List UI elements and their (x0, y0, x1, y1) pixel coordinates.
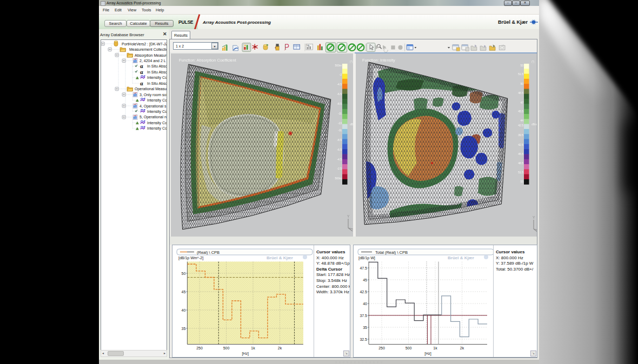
svg-text:5, Operational n: 5, Operational n (139, 115, 167, 119)
svg-text:(*): (*) (531, 60, 535, 63)
svg-text:2k: 2k (278, 346, 282, 350)
svg-text:-11: -11 (338, 129, 342, 132)
svg-text:In Situ Absc: In Situ Absc (147, 64, 167, 68)
svg-text:Intensity Co: Intensity Co (147, 76, 167, 80)
svg-text:-2: -2 (340, 73, 342, 76)
svg-text:51.5: 51.5 (518, 72, 523, 76)
svg-text:α: α (140, 80, 143, 86)
svg-text:500m: 500m (335, 177, 342, 180)
svg-text:2k: 2k (460, 346, 464, 350)
svg-text:53: 53 (520, 180, 523, 183)
svg-text:2, 4204 and 2 L: 2, 4204 and 2 L (139, 59, 166, 63)
svg-text:35: 35 (363, 326, 367, 329)
svg-text:(*): (*) (350, 60, 353, 63)
svg-text:45: 45 (182, 290, 186, 294)
svg-text:Function: Intensity: Function: Intensity (362, 58, 395, 63)
svg-text:4, Operational s: 4, Operational s (139, 104, 167, 109)
svg-text:α: α (140, 63, 143, 69)
svg-text:250: 250 (196, 346, 203, 350)
svg-text:-4.5: -4.5 (337, 83, 342, 86)
svg-text:lab: lab (307, 44, 309, 46)
svg-text:[Hz]: [Hz] (424, 352, 431, 356)
svg-text:dBm: dBm (350, 123, 353, 126)
svg-text:44: 44 (520, 119, 523, 122)
svg-text:42.5: 42.5 (518, 124, 523, 127)
svg-text:Intensity Co: Intensity Co (147, 110, 167, 114)
svg-text:35: 35 (182, 327, 186, 331)
svg-text:500m: 500m (335, 64, 342, 67)
svg-text:-4.5: -4.5 (337, 158, 342, 161)
svg-text:-8.5: -8.5 (337, 102, 342, 105)
svg-text:42.5: 42.5 (518, 143, 523, 146)
svg-text:Intensity Co: Intensity Co (147, 98, 167, 103)
svg-text:In Situ Absc: In Situ Absc (147, 70, 167, 74)
svg-text:Function: Absorption Coefficie: Function: Absorption Coefficient (179, 58, 237, 63)
svg-text:45: 45 (363, 278, 367, 282)
svg-text:500: 500 (406, 346, 412, 350)
svg-text:α: α (140, 69, 143, 75)
svg-text:42.5: 42.5 (360, 290, 367, 294)
svg-text:Y: Y (533, 215, 535, 219)
svg-text:32.5: 32.5 (360, 338, 367, 341)
svg-text:Intensity Co: Intensity Co (147, 126, 167, 131)
svg-text:50: 50 (182, 272, 186, 275)
svg-text:-13: -13 (338, 122, 342, 125)
svg-text:PortHoleVers2 : [DK-W7-JZ: PortHoleVers2 : [DK-W7-JZ (122, 42, 167, 46)
svg-text:39.5: 39.5 (518, 133, 523, 137)
svg-text:48.5: 48.5 (518, 161, 523, 165)
svg-text:-11: -11 (338, 112, 342, 115)
svg-text:Measurement Collection: Measurement Collection (129, 48, 167, 51)
svg-text:-2.5: -2.5 (337, 167, 342, 170)
svg-text:Brüel & Kjær: Brüel & Kjær (267, 255, 293, 260)
svg-text:53: 53 (520, 64, 523, 67)
svg-text:Total (Real) \ CPB: Total (Real) \ CPB (375, 250, 408, 255)
svg-text:250: 250 (378, 346, 385, 350)
svg-text:Absorption Measure: Absorption Measure (135, 53, 167, 58)
svg-text:Intensity Co: Intensity Co (147, 121, 167, 125)
svg-text:1k: 1k (251, 346, 255, 350)
svg-text:-8.5: -8.5 (337, 138, 342, 141)
svg-text:40: 40 (182, 308, 186, 312)
svg-text:48.5: 48.5 (518, 91, 523, 95)
svg-text:47: 47 (520, 101, 523, 104)
svg-text:45.5: 45.5 (518, 110, 523, 113)
svg-text:40: 40 (363, 302, 367, 306)
svg-text:[dB/1p Wm^-2]: [dB/1p Wm^-2] (178, 256, 203, 260)
svg-text:-6.5: -6.5 (337, 92, 342, 96)
svg-text:Y: Y (347, 214, 350, 218)
svg-text:500: 500 (223, 346, 230, 350)
svg-text:3, Only room soi: 3, Only room soi (139, 93, 167, 97)
svg-text:1k: 1k (433, 346, 437, 350)
svg-text:[dB/1p W]: [dB/1p W] (358, 256, 375, 260)
svg-text:(Real) \ CPB: (Real) \ CPB (197, 250, 220, 255)
svg-text:50: 50 (520, 82, 523, 85)
svg-text:[Hz]: [Hz] (242, 352, 249, 356)
svg-text:Brüel & Kjær: Brüel & Kjær (448, 255, 474, 260)
svg-text:Operational Measur: Operational Measur (135, 87, 167, 91)
svg-text:51.5: 51.5 (518, 171, 523, 174)
svg-text:37.5: 37.5 (360, 314, 367, 318)
svg-text:45.5: 45.5 (518, 152, 523, 156)
svg-text:47.5: 47.5 (360, 266, 367, 270)
svg-text:dBm: dBm (531, 123, 537, 126)
svg-text:-6.5: -6.5 (337, 148, 342, 151)
svg-text:In Situ Absc: In Situ Absc (147, 82, 167, 85)
